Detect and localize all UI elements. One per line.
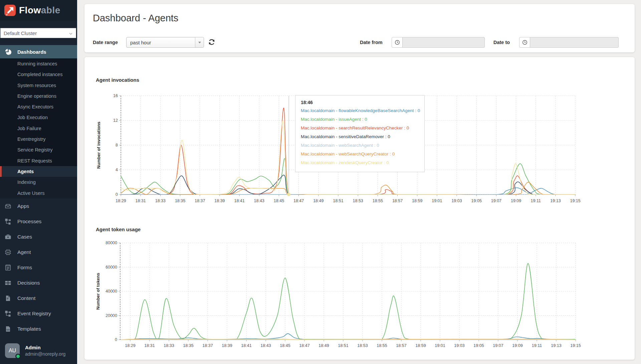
user-email: admin@noreply.org bbox=[25, 351, 65, 357]
tooltip-entry: Mac.localdomain - searchResultRelevancyC… bbox=[301, 124, 419, 132]
svg-text:18:49: 18:49 bbox=[313, 199, 324, 203]
svg-text:18:37: 18:37 bbox=[202, 343, 213, 348]
date-range-select[interactable]: past hour bbox=[126, 37, 204, 48]
svg-text:18:57: 18:57 bbox=[392, 199, 403, 203]
pie-chart-icon bbox=[5, 48, 12, 55]
svg-text:19:05: 19:05 bbox=[471, 199, 482, 203]
briefcase-icon bbox=[5, 234, 11, 240]
svg-text:18:33: 18:33 bbox=[164, 343, 174, 348]
sidebar-main-nav: Apps Processes Cases AI Agent Forms Deci… bbox=[0, 199, 77, 337]
tooltip-entry: Mac.localdomain - zendeskQueryCreator : … bbox=[301, 158, 419, 167]
tooltip-entry: Mac.localdomain - webSearchQueryCreator … bbox=[301, 150, 419, 158]
svg-text:18:41: 18:41 bbox=[241, 343, 251, 348]
svg-text:19:11: 19:11 bbox=[532, 343, 542, 348]
sidebar-subitem[interactable]: Indexing bbox=[0, 177, 77, 188]
sidebar-subitem[interactable]: Running instances bbox=[0, 58, 77, 69]
online-status-dot bbox=[15, 354, 21, 359]
sidebar-subitem-label: Active Users bbox=[17, 191, 44, 196]
sidebar-item[interactable]: Content bbox=[0, 291, 77, 306]
sidebar-item[interactable]: Decisions bbox=[0, 275, 77, 291]
sidebar-subitem[interactable]: Engine operations bbox=[0, 91, 77, 101]
svg-text:20000: 20000 bbox=[105, 313, 117, 318]
sidebar-subitem-label: Running instances bbox=[17, 61, 57, 66]
svg-text:18:55: 18:55 bbox=[377, 343, 387, 348]
sidebar: Flowable Default Cluster Dashboards Runn… bbox=[0, 0, 77, 364]
sidebar-item[interactable]: Processes bbox=[0, 214, 77, 229]
flowable-logo-icon bbox=[4, 4, 16, 16]
sidebar-item-label: Templates bbox=[17, 326, 41, 332]
svg-text:18:51: 18:51 bbox=[333, 199, 343, 203]
tokens-chart-title: Agent token usage bbox=[96, 227, 141, 232]
clock-icon bbox=[395, 40, 400, 45]
svg-text:16: 16 bbox=[113, 93, 118, 98]
sidebar-item-label: Event Registry bbox=[17, 311, 51, 317]
svg-text:18:43: 18:43 bbox=[254, 199, 264, 203]
sidebar-item-label: Forms bbox=[17, 265, 32, 271]
chevron-down-icon[interactable] bbox=[195, 37, 204, 47]
svg-text:18:41: 18:41 bbox=[234, 199, 244, 203]
date-from-input[interactable] bbox=[403, 37, 485, 48]
sidebar-subitem-label: System resources bbox=[17, 83, 56, 88]
token-usage-chart[interactable]: 18:2918:3118:3318:3518:3718:3918:4118:43… bbox=[93, 224, 601, 352]
sidebar-subitem-label: Eventregistry bbox=[17, 136, 46, 142]
svg-text:18:39: 18:39 bbox=[214, 199, 225, 203]
sidebar-subitem[interactable]: Job Execution bbox=[0, 112, 77, 123]
sidebar-subitem-label: Engine operations bbox=[17, 93, 56, 99]
sidebar-subitem[interactable]: Eventregistry bbox=[0, 134, 77, 144]
sidebar-subitem[interactable]: Job Failure bbox=[0, 123, 77, 134]
svg-text:18:31: 18:31 bbox=[144, 343, 155, 348]
svg-text:19:07: 19:07 bbox=[491, 199, 501, 203]
svg-text:18:45: 18:45 bbox=[274, 199, 284, 203]
sidebar-subitem-label: Job Failure bbox=[17, 126, 41, 131]
sidebar-subitem-label: Agents bbox=[17, 169, 34, 174]
date-to-clock-button[interactable] bbox=[519, 37, 530, 48]
sidebar-subitem-label: Indexing bbox=[17, 179, 36, 185]
sidebar-item[interactable]: </> Templates bbox=[0, 321, 77, 337]
svg-text:19:15: 19:15 bbox=[570, 199, 580, 203]
svg-text:18:29: 18:29 bbox=[116, 199, 126, 203]
date-from-clock-button[interactable] bbox=[392, 37, 403, 48]
charts-panel: Agent invocations 18:2918:3118:3318:3518… bbox=[84, 57, 635, 360]
svg-text:18:29: 18:29 bbox=[125, 343, 135, 348]
content-file-icon bbox=[5, 295, 11, 302]
date-to-label: Date to bbox=[493, 37, 510, 48]
svg-text:19:13: 19:13 bbox=[551, 343, 561, 348]
sidebar-subitem[interactable]: REST Requests bbox=[0, 155, 77, 166]
sidebar-item-label: Content bbox=[17, 295, 35, 301]
apps-box-icon bbox=[5, 203, 11, 210]
sidebar-item[interactable]: Forms bbox=[0, 260, 77, 275]
sidebar-item[interactable]: Apps bbox=[0, 199, 77, 214]
sidebar-item-label: Cases bbox=[17, 234, 32, 240]
svg-text:18:43: 18:43 bbox=[260, 343, 271, 348]
sidebar-item[interactable]: Event Registry bbox=[0, 306, 77, 321]
svg-text:18:45: 18:45 bbox=[280, 343, 290, 348]
svg-text:19:09: 19:09 bbox=[512, 343, 522, 348]
tooltip-time: 18:46 bbox=[301, 100, 419, 105]
date-to-input[interactable] bbox=[530, 37, 619, 48]
sidebar-item-label: Decisions bbox=[17, 280, 40, 286]
sidebar-subitem[interactable]: Async Executors bbox=[0, 101, 77, 112]
flowable-logo: Flowable bbox=[0, 0, 77, 21]
sidebar-item-dashboards[interactable]: Dashboards bbox=[0, 45, 77, 58]
sidebar-subitem[interactable]: System resources bbox=[0, 80, 77, 91]
sidebar-subitem[interactable]: Completed instances bbox=[0, 69, 77, 80]
cluster-select[interactable]: Default Cluster bbox=[0, 28, 76, 38]
tooltip-entry: Mac.localdomain - flowableKnowledgeBaseS… bbox=[301, 106, 419, 115]
svg-text:80000: 80000 bbox=[105, 241, 117, 245]
sidebar-subitem[interactable]: Active Users bbox=[0, 188, 77, 199]
svg-text:40000: 40000 bbox=[105, 289, 117, 294]
user-profile[interactable]: AU Admin admin@noreply.org bbox=[0, 337, 77, 364]
svg-text:Number of invocations: Number of invocations bbox=[96, 122, 101, 169]
svg-text:0: 0 bbox=[116, 192, 118, 197]
sidebar-item[interactable]: Cases bbox=[0, 229, 77, 245]
sidebar-subitem[interactable]: Service Registry bbox=[0, 144, 77, 155]
refresh-button[interactable] bbox=[207, 38, 216, 47]
chart-tooltip: 18:46 Mac.localdomain - flowableKnowledg… bbox=[295, 95, 425, 172]
refresh-icon bbox=[208, 38, 216, 46]
tooltip-entry: Mac.localdomain - webSearchAgent : 0 bbox=[301, 141, 419, 150]
user-name: Admin bbox=[25, 345, 65, 350]
sidebar-item[interactable]: AI Agent bbox=[0, 245, 77, 260]
sidebar-subitem[interactable]: Agents bbox=[0, 166, 77, 177]
decision-table-icon bbox=[5, 280, 11, 286]
sidebar-subitem-label: Service Registry bbox=[17, 147, 53, 152]
